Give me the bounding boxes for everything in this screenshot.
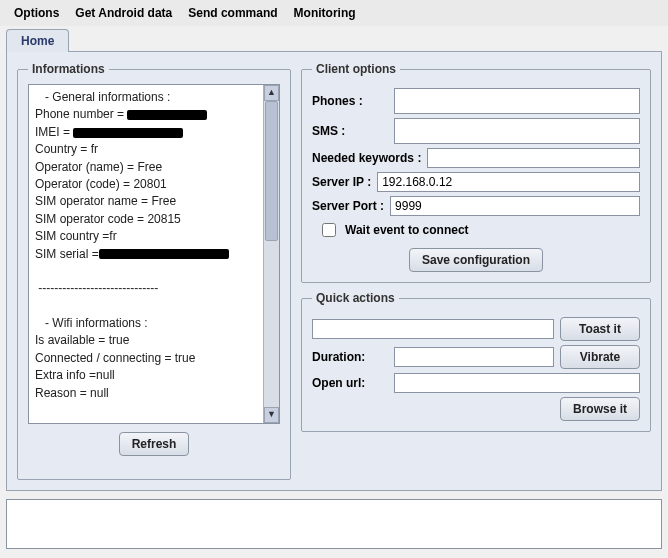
server-port-label: Server Port : xyxy=(312,199,384,213)
tab-bar: Home xyxy=(6,28,662,51)
info-line: SIM serial = xyxy=(35,246,261,263)
server-ip-input[interactable] xyxy=(377,172,640,192)
redacted-value xyxy=(73,128,183,138)
info-line: Operator (name) = Free xyxy=(35,159,261,176)
informations-text: - General informations : Phone number = … xyxy=(28,84,280,424)
vibrate-button[interactable]: Vibrate xyxy=(560,345,640,369)
scroll-up-icon[interactable]: ▲ xyxy=(264,85,279,101)
phones-label: Phones : xyxy=(312,94,388,108)
bottom-output[interactable] xyxy=(6,499,662,549)
info-scrollbar[interactable]: ▲ ▼ xyxy=(263,85,279,423)
wait-event-checkbox[interactable] xyxy=(322,223,336,237)
info-line: SIM operator code = 20815 xyxy=(35,211,261,228)
save-configuration-button[interactable]: Save configuration xyxy=(409,248,543,272)
scroll-thumb[interactable] xyxy=(265,101,278,241)
info-line: - General informations : xyxy=(35,89,261,106)
informations-group: Informations - General informations : Ph… xyxy=(17,62,291,480)
menubar: Options Get Android data Send command Mo… xyxy=(0,0,668,26)
info-line: ------------------------------ xyxy=(35,280,261,297)
quick-actions-legend: Quick actions xyxy=(312,291,399,305)
info-line: IMEI = xyxy=(35,124,261,141)
info-line: Connected / connecting = true xyxy=(35,350,261,367)
toast-button[interactable]: Toast it xyxy=(560,317,640,341)
info-line: Is available = true xyxy=(35,332,261,349)
wait-event-label: Wait event to connect xyxy=(345,223,469,237)
info-line: Extra info =null xyxy=(35,367,261,384)
tab-home[interactable]: Home xyxy=(6,29,69,52)
sms-input[interactable] xyxy=(394,118,640,144)
info-line xyxy=(35,402,261,419)
menu-send-command[interactable]: Send command xyxy=(182,4,283,22)
refresh-button[interactable]: Refresh xyxy=(119,432,190,456)
scroll-track[interactable] xyxy=(264,101,279,407)
menu-monitoring[interactable]: Monitoring xyxy=(288,4,362,22)
client-options-group: Client options Phones : SMS : Needed key… xyxy=(301,62,651,283)
info-line: ------------------------------ xyxy=(35,419,261,424)
info-line: Operator (code) = 20801 xyxy=(35,176,261,193)
scroll-down-icon[interactable]: ▼ xyxy=(264,407,279,423)
informations-legend: Informations xyxy=(28,62,109,76)
duration-input[interactable] xyxy=(394,347,554,367)
info-line: Reason = null xyxy=(35,385,261,402)
info-line: SIM country =fr xyxy=(35,228,261,245)
menu-options[interactable]: Options xyxy=(8,4,65,22)
info-line: Country = fr xyxy=(35,141,261,158)
sms-label: SMS : xyxy=(312,124,388,138)
info-line: - Wifi informations : xyxy=(35,315,261,332)
main-panel: Informations - General informations : Ph… xyxy=(6,51,662,491)
phones-input[interactable] xyxy=(394,88,640,114)
quick-actions-group: Quick actions Toast it Duration: Vibrate… xyxy=(301,291,651,432)
redacted-value xyxy=(99,249,229,259)
keywords-label: Needed keywords : xyxy=(312,151,421,165)
server-ip-label: Server IP : xyxy=(312,175,371,189)
browse-button[interactable]: Browse it xyxy=(560,397,640,421)
menu-get-android-data[interactable]: Get Android data xyxy=(69,4,178,22)
duration-label: Duration: xyxy=(312,350,388,364)
info-line xyxy=(35,263,261,280)
server-port-input[interactable] xyxy=(390,196,640,216)
info-line: Phone number = xyxy=(35,106,261,123)
keywords-input[interactable] xyxy=(427,148,640,168)
open-url-label: Open url: xyxy=(312,376,388,390)
redacted-value xyxy=(127,110,207,120)
client-options-legend: Client options xyxy=(312,62,400,76)
info-line: SIM operator name = Free xyxy=(35,193,261,210)
toast-input[interactable] xyxy=(312,319,554,339)
info-line xyxy=(35,298,261,315)
open-url-input[interactable] xyxy=(394,373,640,393)
